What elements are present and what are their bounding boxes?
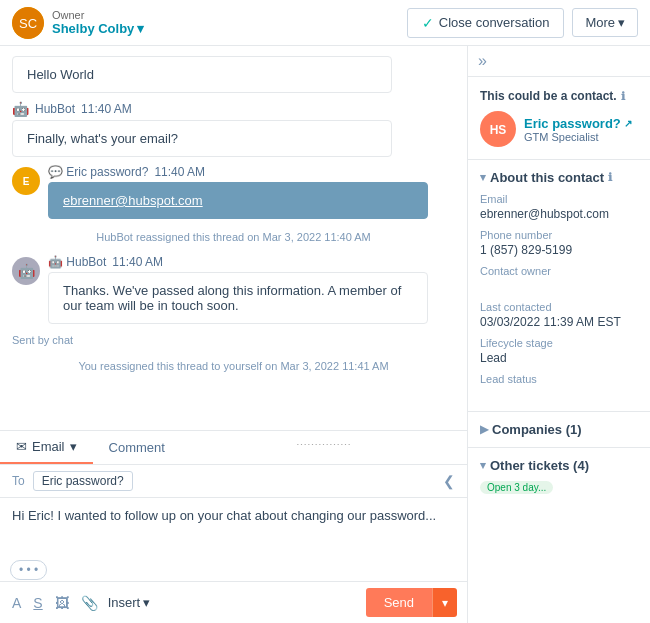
tab-comment[interactable]: Comment xyxy=(93,431,181,464)
compose-collapse-icon[interactable]: ❮ xyxy=(443,473,455,489)
top-bar: SC Owner Shelby Colby ▾ ✓ Close conversa… xyxy=(0,0,650,46)
email-field-label: Email xyxy=(480,193,638,205)
bot-message-2-row: 🤖 🤖 HubBot 11:40 AM Thanks. We've passed… xyxy=(12,255,455,324)
contact-name-link[interactable]: Eric password? ↗ xyxy=(524,116,632,131)
other-tickets-chevron-icon: ▾ xyxy=(480,459,486,472)
email-tab-icon: ✉ xyxy=(16,439,27,454)
bot-header-1: 🤖 HubBot 11:40 AM xyxy=(12,101,455,117)
bot-time-2: 11:40 AM xyxy=(112,255,163,269)
emoji-dots-row: • • • xyxy=(0,558,467,581)
companies-chevron-icon: ▶ xyxy=(480,423,488,436)
send-button[interactable]: Send xyxy=(366,588,432,617)
to-row: To Eric password? ❮ xyxy=(0,465,467,498)
ticket-item-1: Open 3 day... xyxy=(480,481,638,494)
contact-owner-value xyxy=(480,279,638,293)
ticket-badge: Open 3 day... xyxy=(480,481,553,494)
contact-info-row: HS Eric password? ↗ GTM Specialist xyxy=(480,111,638,147)
text-format-icon[interactable]: A xyxy=(10,593,23,613)
lead-status-label: Lead status xyxy=(480,373,638,385)
more-button[interactable]: More ▾ xyxy=(572,8,638,37)
main-layout: Hello World 🤖 HubBot 11:40 AM Finally, w… xyxy=(0,46,650,623)
bot-sender-2: 🤖 HubBot xyxy=(48,255,106,269)
svg-text:HS: HS xyxy=(490,123,507,137)
insert-button[interactable]: Insert ▾ xyxy=(108,595,151,610)
eric-header: 💬 Eric password? 11:40 AM xyxy=(48,165,455,179)
bot-header-2: 🤖 HubBot 11:40 AM xyxy=(48,255,455,269)
other-tickets-section: ▾ Other tickets (4) Open 3 day... xyxy=(468,448,650,504)
dropdown-chevron-icon: ▾ xyxy=(137,21,144,36)
compose-toolbar: A S 🖼 📎 Insert ▾ Send ▾ xyxy=(0,581,467,623)
message-hello-world: Hello World xyxy=(12,56,392,93)
expand-icon-row: » xyxy=(468,46,650,77)
contact-role: GTM Specialist xyxy=(524,131,632,143)
about-chevron-icon: ▾ xyxy=(480,171,486,184)
owner-name[interactable]: Shelby Colby ▾ xyxy=(52,21,144,36)
phone-field-value: 1 (857) 829-5199 xyxy=(480,243,638,257)
contact-name-block: Eric password? ↗ GTM Specialist xyxy=(524,116,632,143)
bot-bubble-1: Finally, what's your email? xyxy=(12,120,392,157)
email-tab-chevron: ▾ xyxy=(70,439,77,454)
owner-label: Owner xyxy=(52,9,144,21)
compose-dots: ⋯⋯⋯⋯⋯ xyxy=(181,431,467,464)
compose-tabs: ✉ Email ▾ Comment ⋯⋯⋯⋯⋯ xyxy=(0,431,467,465)
robot-avatar: 🤖 xyxy=(12,257,40,285)
lead-status-value xyxy=(480,387,638,401)
about-info-icon: ℹ xyxy=(608,171,612,184)
contact-card: This could be a contact. ℹ HS Eric passw… xyxy=(468,77,650,160)
owner-section: SC Owner Shelby Colby ▾ xyxy=(12,7,144,39)
lifecycle-label: Lifecycle stage xyxy=(480,337,638,349)
about-contact-header[interactable]: ▾ About this contact ℹ xyxy=(480,170,638,185)
last-contacted-value: 03/03/2022 11:39 AM EST xyxy=(480,315,638,329)
info-icon: ℹ xyxy=(621,90,625,103)
bot-icon: 🤖 xyxy=(12,101,29,117)
to-recipient-chip[interactable]: Eric password? xyxy=(33,471,133,491)
compose-area: ✉ Email ▾ Comment ⋯⋯⋯⋯⋯ To Eric password… xyxy=(0,430,467,623)
system-msg-reassigned-self: You reassigned this thread to yourself o… xyxy=(12,356,455,376)
image-icon[interactable]: 🖼 xyxy=(53,593,71,613)
bot-bubble-2: Thanks. We've passed along this informat… xyxy=(48,272,428,324)
last-contacted-label: Last contacted xyxy=(480,301,638,313)
svg-text:SC: SC xyxy=(19,16,37,31)
right-panel: » This could be a contact. ℹ HS Eric pas… xyxy=(468,46,650,623)
eric-sender: 💬 Eric password? xyxy=(48,165,148,179)
tab-email[interactable]: ✉ Email ▾ xyxy=(0,431,93,464)
phone-field-label: Phone number xyxy=(480,229,638,241)
hubspot-logo: HS xyxy=(480,111,516,147)
contact-owner-label: Contact owner xyxy=(480,265,638,277)
email-field-value: ebrenner@hubspot.com xyxy=(480,207,638,221)
eric-avatar: E xyxy=(12,167,40,195)
bot-sender-1: HubBot xyxy=(35,102,75,116)
other-tickets-header[interactable]: ▾ Other tickets (4) xyxy=(480,458,638,473)
chat-area: Hello World 🤖 HubBot 11:40 AM Finally, w… xyxy=(0,46,468,623)
eric-email-link[interactable]: ebrenner@hubspot.com xyxy=(63,193,203,208)
compose-body[interactable]: Hi Eric! I wanted to follow up on your c… xyxy=(0,498,467,558)
system-msg-reassigned: HubBot reassigned this thread on Mar 3, … xyxy=(12,227,455,247)
eric-bubble: ebrenner@hubspot.com xyxy=(48,182,428,219)
more-chevron-icon: ▾ xyxy=(618,15,625,30)
insert-chevron-icon: ▾ xyxy=(143,595,150,610)
companies-header[interactable]: ▶ Companies (1) xyxy=(480,422,638,437)
close-conversation-button[interactable]: ✓ Close conversation xyxy=(407,8,565,38)
contact-card-title: This could be a contact. ℹ xyxy=(480,89,638,103)
strikethrough-icon[interactable]: S xyxy=(31,593,44,613)
lifecycle-value: Lead xyxy=(480,351,638,365)
owner-text: Owner Shelby Colby ▾ xyxy=(52,9,144,36)
sent-by-chat: Sent by chat xyxy=(12,332,455,348)
about-contact-section: ▾ About this contact ℹ Email ebrenner@hu… xyxy=(468,160,650,412)
bot-time-1: 11:40 AM xyxy=(81,102,132,116)
top-actions: ✓ Close conversation More ▾ xyxy=(407,8,638,38)
attachment-icon[interactable]: 📎 xyxy=(79,593,100,613)
emoji-button[interactable]: • • • xyxy=(10,560,47,580)
messages-list: Hello World 🤖 HubBot 11:40 AM Finally, w… xyxy=(0,46,467,430)
eric-time: 11:40 AM xyxy=(154,165,205,179)
owner-avatar: SC xyxy=(12,7,44,39)
user-message-eric: E 💬 Eric password? 11:40 AM ebrenner@hub… xyxy=(12,165,455,219)
bot-message-1: 🤖 HubBot 11:40 AM Finally, what's your e… xyxy=(12,101,455,157)
send-button-group: Send ▾ xyxy=(366,588,457,617)
checkmark-icon: ✓ xyxy=(422,15,434,31)
to-label: To xyxy=(12,474,25,488)
external-link-icon: ↗ xyxy=(624,118,632,129)
send-dropdown-button[interactable]: ▾ xyxy=(432,588,457,617)
expand-arrows-icon[interactable]: » xyxy=(478,52,487,70)
companies-section: ▶ Companies (1) xyxy=(468,412,650,448)
